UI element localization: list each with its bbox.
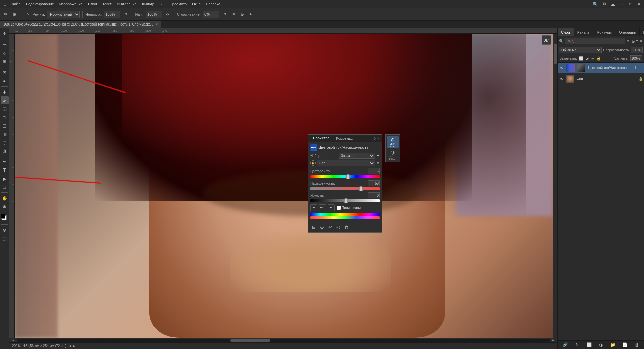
channel-dropdown-arrow[interactable]: ▼ — [376, 161, 380, 165]
eraser-tool[interactable]: ◻ — [1, 121, 9, 130]
props-reset-btn[interactable]: ↩ — [327, 223, 333, 230]
light-thumb[interactable] — [344, 198, 348, 203]
layer-item-hue-sat[interactable]: 👁 Цветовой тон/Насыщенность 1 — [558, 63, 644, 73]
light-value-input[interactable] — [368, 192, 380, 198]
blur-tool[interactable]: ◌ — [1, 138, 9, 146]
layer-delete-btn[interactable]: 🗑 — [634, 342, 640, 348]
brush-options-icon[interactable]: ◉ — [11, 11, 18, 18]
lock-position-btn[interactable]: ✛ — [591, 56, 594, 61]
brush-size-icon[interactable]: ○ — [24, 11, 31, 18]
preset-dropdown-arrow[interactable]: ▼ — [376, 154, 380, 158]
hue-value-input[interactable] — [368, 168, 380, 174]
nav-arrow-left[interactable]: ◂ — [69, 344, 71, 348]
eyedropper-sample-btn[interactable]: ✒ — [310, 204, 317, 211]
history-brush-tool[interactable]: ↰ — [1, 113, 9, 121]
layer-2-visibility[interactable]: 👁 — [559, 76, 564, 82]
menu-image[interactable]: Изображение — [57, 1, 85, 7]
channel-select[interactable]: Все — [317, 160, 375, 166]
opacity-row-input[interactable] — [631, 47, 643, 53]
layer-mask-btn[interactable]: ⬜ — [586, 342, 592, 348]
quick-mask-tool[interactable]: ⊙ — [1, 226, 9, 234]
props-expand-btn[interactable]: ⟫ — [374, 136, 376, 140]
layer-1-visibility[interactable]: 👁 — [559, 65, 564, 71]
flow-input[interactable] — [146, 11, 162, 18]
props-view-btn[interactable]: ⊙ — [318, 223, 325, 230]
props-tab-properties[interactable]: Свойства — [310, 135, 332, 141]
doc-tab-active[interactable]: 16871d7684c8478caa1c172fa2bf418b.jpg @ 2… — [0, 21, 161, 28]
color-picker[interactable] — [1, 214, 9, 222]
eyedropper-add-btn[interactable]: ✒+ — [319, 204, 326, 211]
arrange-icon[interactable]: ⧉ — [600, 0, 608, 8]
hand-tool[interactable]: ✋ — [1, 194, 9, 202]
menu-text[interactable]: Текст — [100, 1, 114, 7]
mode-select[interactable]: Нормальный — [47, 11, 80, 18]
layers-options-icon[interactable]: ≡ — [636, 39, 638, 43]
props-clip-btn[interactable]: ⊟ — [310, 223, 317, 230]
scroll-thumb[interactable] — [230, 339, 270, 342]
scroll-track[interactable] — [17, 339, 550, 342]
colorize-label[interactable]: Тонирование — [342, 206, 363, 210]
marquee-tool[interactable]: ▭ — [1, 41, 9, 49]
healing-tool[interactable]: ✚ — [1, 88, 9, 96]
tab-paths[interactable]: Контуры — [594, 28, 615, 36]
layers-filter-icon[interactable]: ▼ — [626, 39, 630, 43]
minimize-icon[interactable]: ─ — [618, 0, 625, 8]
layer-fx-btn[interactable]: fx — [574, 342, 580, 348]
light-track[interactable] — [310, 199, 380, 202]
menu-selection[interactable]: Выделение — [114, 1, 139, 7]
opacity-input[interactable] — [104, 11, 120, 18]
pen-tool[interactable]: ✒ — [1, 158, 9, 166]
flow-settings-icon[interactable]: ⚙ — [164, 11, 171, 18]
layer-adjustment-btn[interactable]: ◑ — [598, 342, 604, 348]
layers-search-input[interactable] — [565, 38, 625, 44]
pressure-icon[interactable]: ⊕ — [238, 11, 246, 18]
text-tool[interactable]: T — [1, 166, 9, 174]
screen-mode-tool[interactable]: ⬚ — [1, 234, 9, 242]
brush-tool-icon[interactable]: ✏ — [2, 11, 9, 18]
home-icon[interactable]: ⌂ — [1, 0, 9, 8]
opacity-settings-icon[interactable]: ⚙ — [122, 11, 129, 18]
side-mini-properties-btn[interactable]: ⊙ Свой-ства — [387, 136, 399, 148]
menu-help[interactable]: Справка — [203, 1, 223, 7]
nav-arrow-right[interactable]: ▸ — [73, 344, 75, 348]
lock-transparent-btn[interactable]: ⬜ — [579, 56, 584, 61]
layer-item-background[interactable]: 👁 Фон 🔒 — [558, 73, 644, 84]
layers-close-icon[interactable]: ✕ — [640, 39, 643, 43]
canvas-content[interactable]: AI — [15, 34, 553, 338]
shape-tool[interactable]: □ — [1, 183, 9, 191]
tab-history[interactable]: История — [640, 28, 644, 36]
props-delete-btn[interactable]: 🗑 — [343, 223, 349, 230]
lasso-tool[interactable]: ⌾ — [1, 49, 9, 57]
smoothing-input[interactable] — [203, 11, 219, 18]
path-selection-tool[interactable]: ▶ — [1, 174, 9, 183]
menu-file[interactable]: Файл — [9, 1, 23, 7]
menu-view[interactable]: Просмотр — [167, 1, 189, 7]
scroll-right-btn[interactable]: ▸ — [550, 338, 557, 342]
lock-image-btn[interactable]: 🖌 — [586, 56, 589, 60]
sat-thumb[interactable] — [359, 186, 363, 191]
eyedropper-tool[interactable]: ✒ — [1, 77, 9, 85]
close-icon[interactable]: × — [635, 0, 643, 8]
zoom-tool[interactable]: ⊕ — [1, 202, 9, 210]
lock-all-btn[interactable]: 🔒 — [596, 56, 601, 61]
angle-icon[interactable]: °0 — [230, 11, 237, 18]
tab-actions[interactable]: Операции — [615, 28, 640, 36]
props-header[interactable]: Свойства Коррекц... ⟫ × — [308, 135, 382, 142]
move-tool[interactable]: ✛ — [1, 30, 9, 38]
tab-channels[interactable]: Каналы — [574, 28, 594, 36]
hue-track[interactable] — [310, 175, 380, 178]
doc-tab-close[interactable]: × — [156, 22, 158, 26]
menu-edit[interactable]: Редактирование — [23, 1, 57, 7]
smoothing-settings-icon[interactable]: ⚙ — [221, 11, 228, 18]
scroll-left-btn[interactable]: ◂ — [10, 338, 17, 342]
preset-select[interactable]: Заказная — [339, 153, 375, 159]
sat-track[interactable] — [310, 187, 380, 190]
blend-mode-select[interactable]: Обычные — [559, 47, 602, 53]
menu-3d[interactable]: 3D — [157, 1, 167, 7]
cloud-icon[interactable]: ☁ — [609, 0, 616, 8]
props-tab-corrections[interactable]: Коррекц... — [333, 136, 356, 141]
dodge-tool[interactable]: ◑ — [1, 147, 9, 155]
menu-window[interactable]: Окно — [189, 1, 203, 7]
vertical-scrollbar[interactable] — [553, 34, 557, 338]
channel-hand-icon[interactable]: ✋ — [310, 160, 316, 166]
